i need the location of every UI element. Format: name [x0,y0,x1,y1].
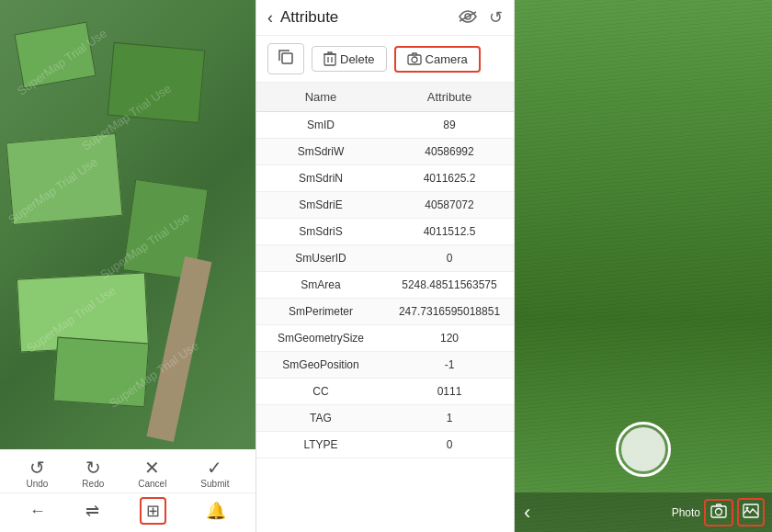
submit-button[interactable]: ✓ Submit [200,458,229,489]
table-row: SmID 89 [256,112,514,139]
submit-icon: ✓ [207,458,222,477]
svg-rect-2 [282,53,292,63]
map-field-6 [53,337,150,408]
table-row: SmSdriW 40586992 [256,139,514,165]
attribute-title: Attribute [280,8,450,27]
camera-bottom-bar: ‹ Photo [515,492,772,532]
camera-back-icon[interactable]: ‹ [515,501,539,525]
cell-name: SmSdriS [256,219,385,244]
table-row: SmSdriE 40587072 [256,192,514,219]
table-row: CC 0111 [256,379,514,405]
cell-name: CC [256,379,385,404]
redo-label: Redo [82,479,104,489]
cell-name: SmSdriE [256,192,385,218]
cell-value: 0 [385,432,514,458]
cell-name: SmGeometrySize [256,325,385,351]
cell-value: 4011512.5 [385,219,514,244]
photo-label: Photo [672,506,700,519]
svg-rect-9 [711,506,726,517]
svg-point-10 [716,508,722,515]
cell-value: 4011625.2 [385,165,514,191]
table-row: SmUserID 0 [256,245,514,272]
map-road [147,256,212,442]
map-panel: SuperMap Trial Use SuperMap Trial Use Su… [0,0,255,532]
eye-icon[interactable] [458,8,478,28]
left-toolbar: ↺ Undo ↻ Redo ✕ Cancel ✓ Submit ← ⇌ ⊞ 🔔 [0,449,255,532]
col-attr-header: Attribute [385,83,514,111]
cell-name: SmArea [256,272,385,298]
svg-point-8 [412,57,417,62]
attribute-header: ‹ Attribute ↺ [256,0,514,36]
photo-button-area: Photo [672,498,765,526]
toolbar-main-row: ↺ Undo ↻ Redo ✕ Cancel ✓ Submit [0,455,255,492]
map-field-3 [6,133,122,225]
cell-name: SmSdriN [256,165,385,191]
cell-name: LTYPE [256,432,385,458]
table-row: SmArea 5248.48511563575 [256,272,514,299]
cell-value: 5248.48511563575 [385,272,514,298]
undo-label: Undo [26,479,48,489]
camera-controls: Photo [539,498,772,526]
cell-name: SmPerimeter [256,299,385,324]
table-view-button[interactable]: ⊞ [140,497,166,525]
delete-button[interactable]: Delete [312,46,387,72]
cancel-icon: ✕ [144,458,160,477]
camera-button[interactable]: Camera [394,46,481,73]
cell-value: 120 [385,325,514,351]
camera-label: Camera [426,52,468,66]
delete-label: Delete [340,52,375,66]
cell-name: SmGeoPosition [256,352,385,378]
cell-value: 247.7316595018851 [385,299,514,324]
svg-rect-3 [324,54,335,65]
shutter-button[interactable] [616,422,671,477]
cell-name: TAG [256,405,385,431]
table-row: LTYPE 0 [256,432,514,458]
table-body: SmID 89 SmSdriW 40586992 SmSdriN 4011625… [256,112,514,458]
table-row: SmGeometrySize 120 [256,325,514,352]
col-name-header: Name [256,83,385,111]
cancel-button[interactable]: ✕ Cancel [138,458,166,489]
back-nav-icon[interactable]: ← [29,502,46,521]
cell-value: 0111 [385,379,514,404]
undo-header-icon[interactable]: ↺ [489,7,503,28]
cell-value: 89 [385,112,514,138]
redo-button[interactable]: ↻ Redo [82,458,104,489]
undo-icon: ↺ [29,458,45,477]
cell-name: SmSdriW [256,139,385,164]
cell-value: -1 [385,352,514,378]
gallery-button[interactable] [737,498,765,526]
attribute-panel: ‹ Attribute ↺ [255,0,515,532]
table-row: SmSdriN 4011625.2 [256,165,514,192]
forward-nav-icon[interactable]: ⇌ [85,501,99,521]
cell-value: 40586992 [385,139,514,164]
cell-name: SmID [256,112,385,138]
cell-value: 0 [385,245,514,271]
undo-button[interactable]: ↺ Undo [26,458,48,489]
table-row: TAG 1 [256,405,514,432]
action-bar: Delete Camera [256,36,514,83]
map-field-1 [14,22,96,89]
cell-name: SmUserID [256,245,385,271]
cell-value: 40587072 [385,192,514,218]
toolbar-nav-row: ← ⇌ ⊞ 🔔 [0,492,255,528]
table-row: SmGeoPosition -1 [256,352,514,379]
photo-mode-button[interactable] [704,499,733,526]
map-field-2 [108,42,206,123]
header-actions: ↺ [458,7,503,28]
notification-icon[interactable]: 🔔 [206,501,226,521]
table-header: Name Attribute [256,83,514,112]
submit-label: Submit [200,479,229,489]
table-row: SmPerimeter 247.7316595018851 [256,299,514,325]
cancel-label: Cancel [138,479,166,489]
camera-panel: ‹ Photo [515,0,772,532]
copy-button[interactable] [267,43,304,74]
redo-icon: ↻ [85,458,101,477]
table-row: SmSdriS 4011512.5 [256,219,514,245]
back-button[interactable]: ‹ [267,8,273,28]
svg-point-12 [746,507,749,510]
cell-value: 1 [385,405,514,431]
attribute-table: Name Attribute SmID 89 SmSdriW 40586992 … [256,83,514,532]
